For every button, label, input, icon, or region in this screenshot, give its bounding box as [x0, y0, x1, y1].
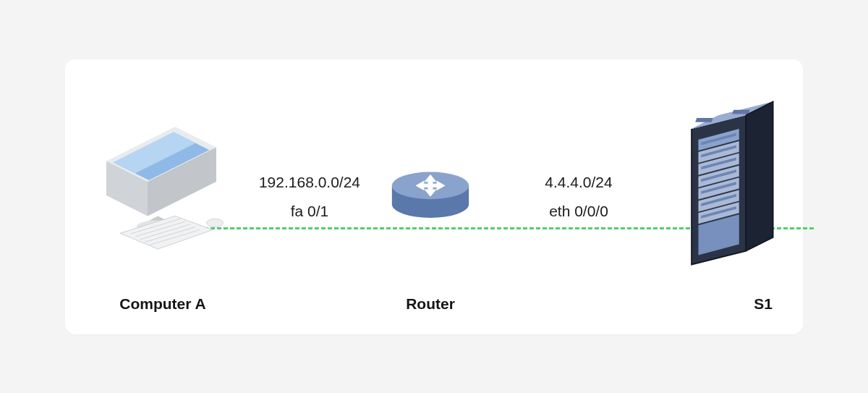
server-label: S1	[671, 295, 780, 313]
router-icon	[387, 160, 474, 224]
router-node	[387, 160, 474, 224]
router-label: Router	[387, 295, 474, 313]
edge2-interface: eth 0/0/0	[499, 203, 658, 220]
server-node	[671, 93, 780, 274]
svg-point-13	[207, 219, 224, 227]
diagram-card: Computer A Router S1 192.168.0.0/24 fa 0…	[65, 59, 803, 334]
svg-rect-25	[695, 118, 713, 122]
svg-rect-26	[732, 110, 750, 114]
computer-label: Computer A	[94, 295, 231, 313]
edge2-network: 4.4.4.0/24	[499, 174, 658, 191]
edge1-interface: fa 0/1	[230, 203, 389, 220]
edge1-network: 192.168.0.0/24	[230, 174, 389, 191]
computer-icon	[93, 113, 230, 250]
diagram-canvas: Computer A Router S1 192.168.0.0/24 fa 0…	[0, 0, 868, 393]
server-icon	[671, 93, 780, 274]
computer-node	[93, 113, 230, 250]
svg-marker-21	[746, 102, 773, 251]
